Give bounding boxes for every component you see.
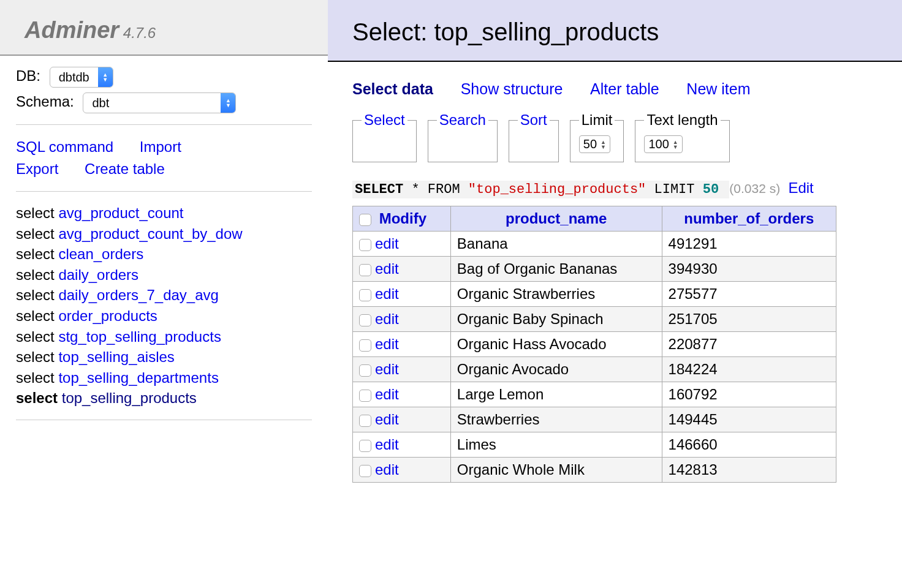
create-table-link[interactable]: Create table: [85, 160, 165, 177]
select-data-tab[interactable]: Select data: [352, 80, 433, 97]
limit-input[interactable]: 50 ▲▼: [579, 135, 610, 153]
main-header: Select: top_selling_products: [328, 0, 902, 62]
edit-query-link[interactable]: Edit: [788, 179, 813, 196]
new-item-link[interactable]: New item: [686, 80, 750, 97]
edit-row-link[interactable]: edit: [375, 386, 399, 402]
select-prefix[interactable]: select: [16, 246, 58, 262]
edit-row-link[interactable]: edit: [375, 235, 399, 252]
sort-legend[interactable]: Sort: [518, 111, 550, 129]
search-fieldset[interactable]: Search: [428, 111, 498, 162]
table-row: editOrganic Baby Spinach251705: [353, 307, 836, 332]
brand-version: 4.7.6: [123, 24, 156, 41]
sidebar-table-item: select avg_product_count_by_dow: [16, 224, 312, 244]
row-checkbox[interactable]: [359, 289, 371, 301]
select-prefix[interactable]: select: [16, 205, 58, 221]
select-prefix[interactable]: select: [16, 287, 58, 303]
query-timing: (0.032 s): [729, 181, 780, 195]
table-link[interactable]: order_products: [58, 307, 157, 324]
edit-row-link[interactable]: edit: [375, 436, 399, 453]
table-link[interactable]: stg_top_selling_products: [58, 328, 221, 345]
col-header-product-name: product_name: [450, 206, 662, 232]
export-link[interactable]: Export: [16, 160, 58, 177]
select-all-checkbox[interactable]: [359, 214, 371, 226]
row-checkbox[interactable]: [359, 314, 371, 326]
schema-select-value: dbt: [83, 94, 118, 113]
sort-product-name[interactable]: product_name: [506, 210, 607, 227]
edit-row-link[interactable]: edit: [375, 260, 399, 277]
sql-from-kw: FROM: [428, 182, 460, 197]
limit-fieldset: Limit 50 ▲▼: [570, 111, 624, 162]
col-header-number-of-orders: number_of_orders: [662, 206, 836, 232]
row-checkbox[interactable]: [359, 264, 371, 276]
edit-row-link[interactable]: edit: [375, 411, 399, 428]
table-row: editOrganic Strawberries275577: [353, 282, 836, 307]
table-link[interactable]: top_selling_departments: [58, 369, 219, 386]
row-actions-cell: edit: [353, 432, 451, 458]
cell-number-of-orders: 184224: [662, 357, 836, 382]
show-structure-link[interactable]: Show structure: [461, 80, 563, 97]
table-link[interactable]: avg_product_count_by_dow: [58, 225, 242, 242]
cell-product-name: Limes: [450, 432, 662, 458]
table-link[interactable]: top_selling_aisles: [58, 349, 174, 365]
sidebar-table-item: select clean_orders: [16, 244, 312, 265]
dropdown-icon: ▲▼: [221, 93, 235, 113]
edit-row-link[interactable]: edit: [375, 461, 399, 478]
sql-limit-val: 50: [703, 182, 719, 197]
cell-product-name: Strawberries: [450, 407, 662, 432]
cell-product-name: Organic Whole Milk: [450, 458, 662, 483]
alter-table-link[interactable]: Alter table: [590, 80, 659, 97]
text-length-input[interactable]: 100 ▲▼: [644, 135, 682, 153]
table-list: select avg_product_countselect avg_produ…: [16, 203, 312, 409]
select-prefix[interactable]: select: [16, 328, 58, 345]
row-checkbox[interactable]: [359, 415, 371, 427]
edit-row-link[interactable]: edit: [375, 361, 399, 377]
edit-row-link[interactable]: edit: [375, 311, 399, 327]
modify-link[interactable]: Modify: [379, 210, 426, 227]
sort-fieldset[interactable]: Sort: [509, 111, 559, 162]
db-select-value: dbtdb: [50, 68, 98, 87]
divider: [16, 420, 312, 420]
schema-select[interactable]: dbt ▲▼: [83, 92, 236, 113]
row-checkbox[interactable]: [359, 465, 371, 477]
edit-row-link[interactable]: edit: [375, 285, 399, 302]
select-prefix[interactable]: select: [16, 225, 58, 242]
select-legend[interactable]: Select: [362, 111, 407, 129]
select-prefix[interactable]: select: [16, 369, 58, 386]
edit-row-link[interactable]: edit: [375, 336, 399, 352]
select-fieldset[interactable]: Select: [352, 111, 417, 162]
row-actions-cell: edit: [353, 282, 451, 307]
row-checkbox[interactable]: [359, 339, 371, 352]
cell-product-name: Bag of Organic Bananas: [450, 257, 662, 282]
sort-number-of-orders[interactable]: number_of_orders: [684, 210, 814, 227]
limit-legend: Limit: [579, 111, 615, 129]
select-prefix[interactable]: select: [16, 349, 58, 365]
table-row: editBag of Organic Bananas394930: [353, 257, 836, 282]
cell-number-of-orders: 149445: [662, 407, 836, 432]
table-link[interactable]: daily_orders: [58, 266, 138, 283]
table-row: editLimes146660: [353, 432, 836, 458]
db-select[interactable]: dbtdb ▲▼: [50, 67, 113, 88]
sql-select-kw: SELECT: [355, 182, 403, 197]
row-checkbox[interactable]: [359, 364, 371, 377]
table-link[interactable]: avg_product_count: [58, 205, 183, 221]
row-actions-cell: edit: [353, 257, 451, 282]
row-checkbox[interactable]: [359, 239, 371, 251]
row-actions-cell: edit: [353, 232, 451, 257]
row-checkbox[interactable]: [359, 390, 371, 402]
cell-number-of-orders: 251705: [662, 307, 836, 332]
cell-number-of-orders: 146660: [662, 432, 836, 458]
select-prefix[interactable]: select: [16, 266, 58, 283]
db-label: DB:: [16, 67, 40, 84]
cell-number-of-orders: 142813: [662, 458, 836, 483]
select-prefix[interactable]: select: [16, 307, 58, 324]
select-prefix[interactable]: select: [16, 390, 62, 406]
table-link[interactable]: clean_orders: [58, 246, 143, 262]
sql-star: *: [411, 182, 419, 197]
import-link[interactable]: Import: [140, 138, 181, 155]
table-link[interactable]: daily_orders_7_day_avg: [58, 287, 219, 303]
row-checkbox[interactable]: [359, 440, 371, 452]
table-link[interactable]: top_selling_products: [62, 390, 197, 406]
sql-command-link[interactable]: SQL command: [16, 138, 113, 155]
search-legend[interactable]: Search: [437, 111, 488, 129]
table-row: editOrganic Whole Milk142813: [353, 458, 836, 483]
